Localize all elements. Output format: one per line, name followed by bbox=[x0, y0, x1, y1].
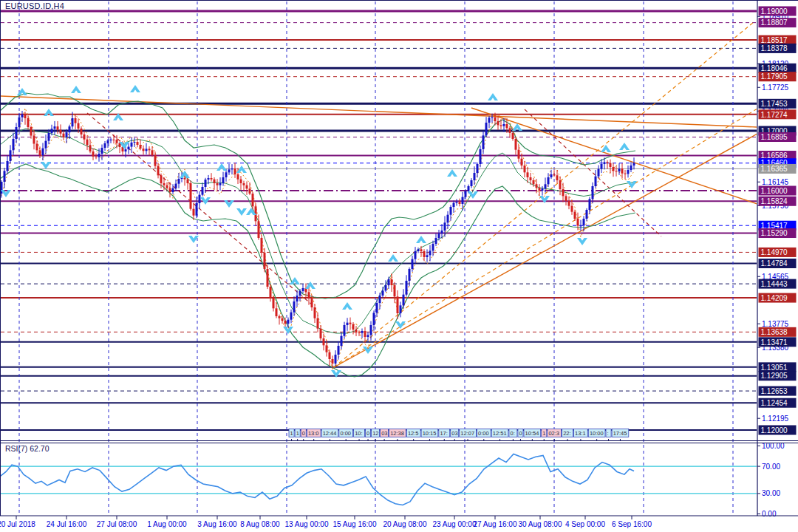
candle-body bbox=[270, 287, 272, 299]
candle-body bbox=[163, 183, 166, 185]
candle-body bbox=[225, 172, 228, 177]
rsi-tick-label: 30.00 bbox=[762, 489, 780, 497]
candle-body bbox=[556, 175, 559, 180]
time-tick-label: 8 Aug 08:00 bbox=[240, 520, 280, 528]
candle-body bbox=[184, 178, 186, 180]
fractal-arrows bbox=[1, 85, 637, 378]
candle-body bbox=[125, 149, 127, 151]
candle-body bbox=[462, 197, 464, 204]
time-badge-text: 12:38 bbox=[390, 430, 404, 437]
price-level-tag-text: 1.12000 bbox=[761, 426, 788, 434]
candle-body bbox=[485, 123, 488, 135]
time-badge-text: 0 bbox=[302, 430, 305, 437]
candle-body bbox=[382, 290, 384, 296]
candle-body bbox=[146, 149, 148, 151]
time-badge-text: 0:00 bbox=[340, 430, 351, 437]
candle-body bbox=[533, 180, 535, 184]
candle-body bbox=[604, 162, 606, 164]
candle-body bbox=[78, 123, 80, 129]
time-badge-text: 12 bbox=[372, 430, 378, 437]
candle-body bbox=[438, 233, 440, 238]
price-chart-canvas[interactable]: 11013:012:440:0010:0120312:3812:510:1517… bbox=[0, 0, 798, 532]
candle-body bbox=[571, 206, 573, 212]
candle-body bbox=[202, 187, 204, 195]
candle-body bbox=[610, 163, 612, 167]
candle-body bbox=[279, 316, 281, 318]
candle-body bbox=[284, 321, 287, 324]
candle-body bbox=[500, 125, 502, 126]
candle-body bbox=[166, 185, 168, 188]
fractal-up-arrow-icon bbox=[305, 282, 316, 289]
time-badge-text: 10: bbox=[355, 430, 362, 437]
price-tick-label: 1.12195 bbox=[762, 415, 789, 423]
candle-body bbox=[66, 132, 68, 137]
time-badge-text: 12:5 bbox=[408, 430, 419, 437]
candle-body bbox=[403, 295, 405, 306]
fractal-up-arrow-icon bbox=[601, 145, 611, 152]
time-tick-label: 24 Jul 16:00 bbox=[47, 520, 87, 528]
price-level-tag-text: 1.13471 bbox=[761, 338, 788, 347]
candle-body bbox=[441, 231, 443, 233]
candle-body bbox=[27, 118, 30, 127]
candle-body bbox=[36, 144, 38, 151]
candle-body bbox=[630, 166, 632, 170]
candle-body bbox=[518, 150, 520, 159]
candle-body bbox=[621, 168, 624, 174]
candle-body bbox=[7, 161, 9, 171]
candle-body bbox=[385, 285, 387, 290]
price-level-tag-text: 1.14443 bbox=[761, 280, 788, 288]
candle-body bbox=[258, 221, 260, 238]
candle-body bbox=[317, 318, 319, 329]
candle-body bbox=[107, 140, 109, 143]
fractal-up-arrow-icon bbox=[216, 163, 227, 171]
price-axis: 1.189101.181201.177251.173301.161451.157… bbox=[757, 7, 797, 435]
time-tick-label: 13 Aug 00:00 bbox=[285, 520, 329, 528]
price-level-tag-text: 1.18046 bbox=[761, 64, 788, 72]
price-tick-label: 1.17725 bbox=[762, 83, 789, 92]
candle-body bbox=[39, 150, 41, 155]
time-badge-text: 10:15 bbox=[423, 430, 437, 437]
time-badge-text: 0:00 bbox=[478, 430, 489, 437]
candle-body bbox=[592, 186, 594, 199]
candle-body bbox=[456, 202, 458, 202]
candle-body bbox=[45, 141, 47, 149]
candle-body bbox=[406, 281, 408, 295]
fractal-up-arrow-icon bbox=[342, 302, 352, 310]
candle-body bbox=[228, 169, 231, 172]
candle-body bbox=[577, 219, 579, 225]
candle-body bbox=[81, 129, 83, 134]
time-tick-label: 27 Jul 08:00 bbox=[97, 520, 137, 528]
candle-body bbox=[240, 180, 242, 183]
candle-body bbox=[624, 174, 627, 174]
candle-body bbox=[211, 178, 213, 180]
price-level-tag-text: 1.19000 bbox=[761, 7, 788, 16]
fractal-up-arrow-icon bbox=[388, 254, 398, 262]
candle-body bbox=[16, 127, 18, 139]
candle-body bbox=[394, 285, 396, 296]
candle-body bbox=[373, 313, 375, 325]
candle-body bbox=[338, 346, 340, 355]
candle-body bbox=[69, 126, 71, 132]
candle-body bbox=[113, 140, 115, 140]
candle-body bbox=[140, 145, 142, 149]
candle-body bbox=[237, 174, 239, 180]
candle-body bbox=[30, 127, 33, 136]
candle-body bbox=[89, 145, 92, 151]
candle-body bbox=[618, 168, 621, 171]
candle-body bbox=[447, 215, 449, 223]
candle-body bbox=[553, 174, 556, 175]
candle-body bbox=[627, 170, 630, 174]
candle-body bbox=[193, 209, 195, 216]
candle-body bbox=[562, 189, 565, 196]
candle-body bbox=[376, 303, 378, 313]
candle-body bbox=[95, 157, 98, 157]
candle-body bbox=[352, 324, 355, 330]
candle-body bbox=[222, 177, 225, 183]
candle-body bbox=[252, 194, 254, 206]
candle-body bbox=[491, 117, 494, 118]
trade-time-badges: 11013:012:440:0010:0120312:3812:510:1517… bbox=[289, 429, 629, 442]
candle-body bbox=[24, 115, 27, 118]
rsi-tick-label: 70.00 bbox=[762, 463, 780, 471]
fractal-down-arrow-icon bbox=[395, 321, 406, 329]
candle-body bbox=[426, 255, 429, 257]
